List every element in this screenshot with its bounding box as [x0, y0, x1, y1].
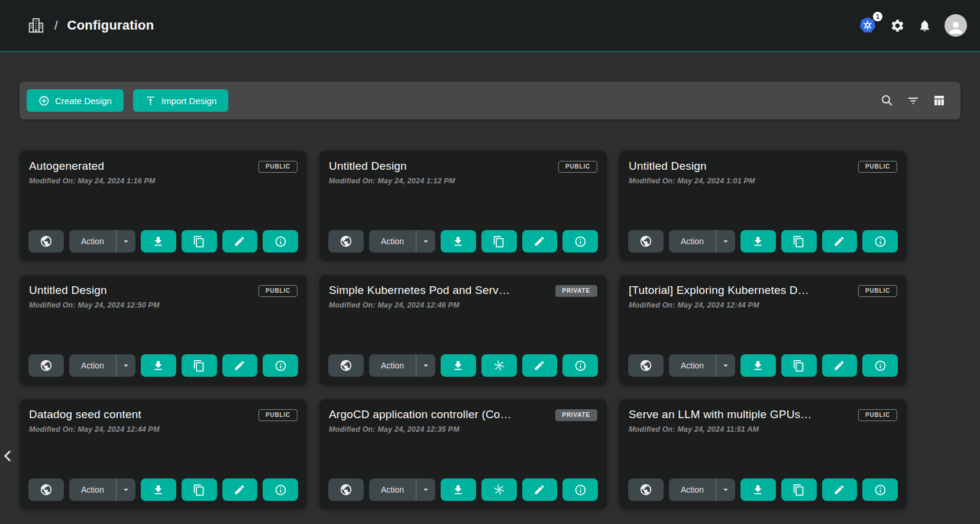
action-dropdown-toggle[interactable] — [117, 478, 135, 501]
design-title: Simple Kubernetes Pod and Serv… — [329, 284, 510, 297]
secondary-action-button[interactable] — [182, 230, 217, 253]
design-card[interactable]: Autogenerated PUBLIC Modified On: May 24… — [20, 151, 307, 261]
edit-button[interactable] — [822, 230, 858, 253]
action-button-label[interactable]: Action — [669, 478, 716, 501]
secondary-action-button[interactable] — [781, 354, 817, 377]
edit-button[interactable] — [522, 478, 558, 501]
info-icon — [574, 235, 587, 248]
info-button[interactable] — [263, 478, 298, 501]
action-dropdown-toggle[interactable] — [716, 354, 735, 377]
visibility-globe-button[interactable] — [328, 230, 364, 253]
design-card[interactable]: Untitled Design PUBLIC Modified On: May … — [20, 275, 307, 385]
action-button-label[interactable]: Action — [369, 478, 416, 501]
download-button[interactable] — [441, 230, 476, 253]
search-button[interactable] — [880, 93, 894, 108]
chevron-down-icon — [121, 484, 131, 495]
download-button[interactable] — [141, 230, 176, 253]
card-action-row: Action — [28, 478, 298, 501]
globe-icon — [639, 359, 652, 372]
action-button-label[interactable]: Action — [69, 230, 116, 253]
action-button-label[interactable]: Action — [669, 230, 716, 253]
info-button[interactable] — [562, 354, 598, 377]
action-dropdown-toggle[interactable] — [117, 230, 135, 253]
visibility-globe-button[interactable] — [628, 230, 664, 253]
filter-button[interactable] — [906, 93, 920, 108]
action-dropdown-toggle[interactable] — [416, 354, 435, 377]
design-card[interactable]: ArgoCD application controller (Co… PRIVA… — [319, 399, 607, 509]
action-split-button[interactable]: Action — [669, 230, 735, 253]
design-card[interactable]: Untitled Design PUBLIC Modified On: May … — [619, 151, 907, 261]
edit-button[interactable] — [522, 354, 558, 377]
edit-button[interactable] — [822, 354, 858, 377]
kubernetes-context-button[interactable]: 1 — [858, 16, 877, 35]
visibility-globe-button[interactable] — [628, 478, 664, 501]
user-avatar-button[interactable] — [945, 14, 967, 37]
visibility-globe-button[interactable] — [328, 354, 364, 377]
info-button[interactable] — [862, 478, 898, 501]
action-dropdown-toggle[interactable] — [416, 230, 435, 253]
secondary-action-button[interactable] — [781, 230, 817, 253]
download-button[interactable] — [141, 354, 176, 377]
edit-button[interactable] — [522, 230, 558, 253]
action-button-label[interactable]: Action — [669, 354, 716, 377]
modified-on-text: Modified On: May 24, 2024 12:50 PM — [29, 301, 297, 309]
visibility-globe-button[interactable] — [28, 478, 64, 501]
download-button[interactable] — [740, 230, 776, 253]
download-button[interactable] — [141, 478, 176, 501]
collapse-panel-handle[interactable] — [1, 448, 14, 464]
design-card[interactable]: Serve an LLM with multiple GPUs… PUBLIC … — [619, 399, 907, 509]
action-dropdown-toggle[interactable] — [716, 478, 735, 501]
visibility-globe-button[interactable] — [28, 354, 64, 377]
action-split-button[interactable]: Action — [369, 230, 435, 253]
design-card[interactable]: [Tutorial] Exploring Kubernetes D… PUBLI… — [619, 275, 907, 385]
download-button[interactable] — [740, 354, 776, 377]
info-button[interactable] — [263, 230, 298, 253]
action-split-button[interactable]: Action — [69, 478, 135, 501]
secondary-action-button[interactable] — [481, 478, 517, 501]
action-split-button[interactable]: Action — [69, 354, 135, 377]
import-design-button[interactable]: Import Design — [133, 89, 228, 112]
secondary-action-button[interactable] — [481, 230, 517, 253]
action-split-button[interactable]: Action — [669, 354, 735, 377]
download-button[interactable] — [740, 478, 776, 501]
edit-button[interactable] — [222, 478, 258, 501]
action-button-label[interactable]: Action — [369, 230, 416, 253]
download-button[interactable] — [441, 478, 476, 501]
action-dropdown-toggle[interactable] — [416, 478, 435, 501]
action-split-button[interactable]: Action — [669, 478, 735, 501]
info-button[interactable] — [562, 230, 598, 253]
visibility-globe-button[interactable] — [28, 230, 64, 253]
globe-icon — [40, 359, 53, 372]
action-split-button[interactable]: Action — [369, 478, 435, 501]
action-split-button[interactable]: Action — [369, 354, 435, 377]
design-card[interactable]: Simple Kubernetes Pod and Serv… PRIVATE … — [319, 275, 607, 385]
create-design-button[interactable]: Create Design — [27, 89, 124, 112]
info-button[interactable] — [562, 478, 598, 501]
action-button-label[interactable]: Action — [69, 354, 116, 377]
card-action-row: Action — [28, 354, 298, 377]
secondary-action-button[interactable] — [781, 478, 817, 501]
secondary-action-button[interactable] — [182, 354, 217, 377]
info-button[interactable] — [862, 230, 898, 253]
table-view-button[interactable] — [932, 93, 946, 108]
design-card[interactable]: Datadog seed content PUBLIC Modified On:… — [20, 399, 307, 509]
notifications-button[interactable] — [918, 19, 932, 33]
action-split-button[interactable]: Action — [69, 230, 135, 253]
download-button[interactable] — [441, 354, 476, 377]
action-button-label[interactable]: Action — [369, 354, 416, 377]
edit-button[interactable] — [222, 354, 258, 377]
visibility-globe-button[interactable] — [328, 478, 364, 501]
secondary-action-button[interactable] — [481, 354, 517, 377]
action-dropdown-toggle[interactable] — [117, 354, 135, 377]
edit-button[interactable] — [822, 478, 858, 501]
modified-on-text: Modified On: May 24, 2024 12:44 PM — [29, 425, 297, 434]
action-dropdown-toggle[interactable] — [716, 230, 735, 253]
info-button[interactable] — [263, 354, 298, 377]
info-button[interactable] — [862, 354, 898, 377]
action-button-label[interactable]: Action — [69, 478, 116, 501]
design-card[interactable]: Untitled Design PUBLIC Modified On: May … — [319, 151, 607, 261]
settings-button[interactable] — [890, 18, 905, 33]
visibility-globe-button[interactable] — [628, 354, 664, 377]
edit-button[interactable] — [222, 230, 258, 253]
secondary-action-button[interactable] — [182, 478, 217, 501]
